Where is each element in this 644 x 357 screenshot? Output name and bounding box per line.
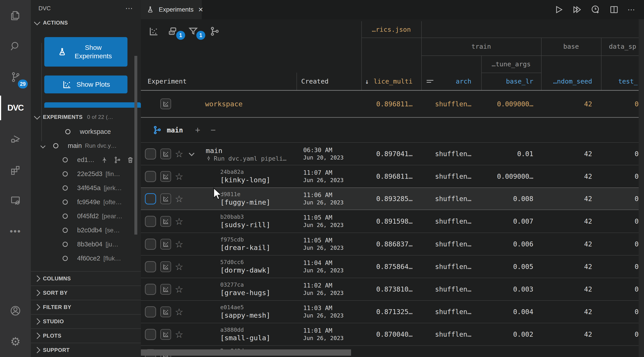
tree-item[interactable]: fc9549e [ofte…: [31, 195, 141, 209]
branch-icon[interactable]: [209, 26, 220, 37]
sidebar-section-plots[interactable]: PLOTS: [31, 329, 141, 343]
row-plot-button[interactable]: [160, 261, 171, 272]
partially-scrolled-button[interactable]: [44, 102, 141, 108]
show-plots-button[interactable]: Show Plots: [44, 75, 128, 93]
base-lr-column-header[interactable]: base_lr: [481, 73, 541, 90]
data-split-group-header[interactable]: data_sp: [601, 37, 644, 55]
source-control-icon[interactable]: 29: [0, 62, 31, 92]
test-column-header[interactable]: test_: [601, 73, 644, 90]
run-and-debug-icon[interactable]: [0, 123, 31, 154]
metrics-file-group-header[interactable]: …rics.json: [361, 21, 421, 37]
tree-item[interactable]: 0f45fd2 [pear…: [31, 209, 141, 223]
branch-icon[interactable]: [114, 156, 121, 164]
close-icon[interactable]: ✕: [198, 6, 203, 13]
tree-item[interactable]: ed1…: [31, 153, 141, 167]
search-icon[interactable]: [0, 31, 31, 62]
sidebar-section-columns[interactable]: COLUMNS: [31, 271, 141, 286]
row-checkbox[interactable]: [145, 216, 156, 227]
row-plot-button[interactable]: [160, 171, 171, 182]
settings-gear-icon[interactable]: ⚙: [0, 326, 31, 357]
add-branch-button[interactable]: +: [195, 125, 200, 135]
workspace-row[interactable]: ☆ workspace 0.896811… shufflen… 0.009000…: [141, 91, 644, 117]
sidebar-section-studio[interactable]: STUDIO: [31, 314, 141, 329]
train-group-header[interactable]: train: [421, 37, 541, 55]
star-icon[interactable]: ☆: [175, 216, 183, 227]
apply-icon[interactable]: [100, 156, 108, 164]
experiment-row[interactable]: ☆ 03277ca [grave-hugs] 11:02 AM Jun 26, …: [141, 278, 644, 300]
editor-more-icon[interactable]: ⋯: [628, 5, 636, 14]
remove-branch-button[interactable]: −: [211, 125, 216, 135]
star-icon[interactable]: ☆: [175, 261, 183, 272]
star-icon[interactable]: ☆: [175, 148, 183, 159]
tree-item[interactable]: 8b3eb04 [ju…: [31, 237, 141, 251]
sidebar-scrollbar[interactable]: [134, 56, 137, 235]
row-plot-button[interactable]: [160, 239, 171, 250]
experiment-row[interactable]: ☆ f975cdb [drear-kail] 11:05 AM Jun 26, …: [141, 233, 644, 255]
dvc-activity-icon[interactable]: DVC: [0, 92, 31, 123]
tree-item[interactable]: workspace: [31, 125, 141, 139]
run-icon[interactable]: [554, 5, 564, 14]
sidebar-section-sort-by[interactable]: SORT BY: [31, 286, 141, 300]
plots-icon[interactable]: [148, 26, 159, 37]
experiments-section-header[interactable]: EXPERIMENTS 0 of 22 (…: [31, 111, 141, 123]
row-checkbox[interactable]: [145, 239, 156, 250]
row-plot-button[interactable]: [160, 329, 171, 340]
trash-icon[interactable]: [126, 156, 134, 164]
tree-item[interactable]: 22e25d3 [fin…: [31, 167, 141, 181]
tree-item[interactable]: b2c0db4 [se…: [31, 223, 141, 237]
chevron-right-icon: [34, 304, 40, 310]
more-activity-icon[interactable]: •••: [0, 216, 31, 247]
experiment-column-header[interactable]: Experiment: [148, 73, 282, 90]
split-editor-icon[interactable]: [609, 5, 619, 14]
row-checkbox[interactable]: [145, 193, 156, 204]
star-icon[interactable]: ☆: [175, 239, 183, 250]
queue-clock-icon[interactable]: [590, 4, 600, 15]
random-seed-column-header[interactable]: …ndom_seed: [541, 73, 601, 90]
row-plot-button[interactable]: [160, 216, 171, 227]
star-icon[interactable]: ☆: [175, 284, 183, 295]
account-icon[interactable]: [0, 295, 31, 326]
remote-explorer-icon[interactable]: [0, 185, 31, 216]
sidebar-section-support[interactable]: SUPPORT: [31, 343, 141, 357]
row-plot-button[interactable]: [160, 98, 171, 109]
chevron-right-icon: [34, 333, 40, 339]
star-icon[interactable]: ☆: [175, 171, 183, 182]
run-all-icon[interactable]: [572, 5, 582, 14]
metric-column-header[interactable]: ↓ lice_multi: [361, 73, 421, 90]
commit-row[interactable]: ☆ main Run dvc.yaml pipeli… 06:30 AM Jun…: [141, 142, 644, 165]
show-experiments-button[interactable]: Show Experiments: [44, 37, 128, 66]
row-checkbox[interactable]: [145, 148, 156, 159]
tab-experiments[interactable]: Experiments ✕: [141, 0, 202, 19]
experiment-row[interactable]: ☆ 24ba82a [kinky-long] 11:07 AM Jun 26, …: [141, 165, 644, 187]
row-plot-button[interactable]: [160, 284, 171, 295]
explorer-icon[interactable]: [0, 0, 31, 31]
horizontal-scrollbar[interactable]: [141, 350, 351, 356]
star-icon[interactable]: ☆: [175, 306, 183, 317]
row-checkbox[interactable]: [145, 329, 156, 340]
tune-args-group-header[interactable]: …tune_args: [481, 55, 541, 73]
chevron-down-icon[interactable]: [189, 150, 194, 156]
experiment-row[interactable]: ☆ e014ae5 [sappy-mesh] 11:03 AM Jun 26, …: [141, 300, 644, 323]
row-checkbox[interactable]: [145, 284, 156, 295]
actions-section-header[interactable]: ACTIONS: [31, 16, 141, 29]
tree-item[interactable]: 34f645a [jerk…: [31, 181, 141, 195]
tree-item[interactable]: 4f60ce2 [fluk…: [31, 251, 141, 265]
sidebar-section-filter-by[interactable]: FILTER BY: [31, 300, 141, 314]
base-group-header[interactable]: base: [541, 37, 601, 55]
row-plot-button[interactable]: [160, 149, 171, 159]
sidebar-more-icon[interactable]: ⋯: [125, 4, 133, 13]
extensions-icon[interactable]: [0, 154, 31, 185]
row-plot-button[interactable]: [160, 193, 171, 204]
experiment-row[interactable]: ☆ b20bab3 [sudsy-rill] 11:05 AM Jun 26, …: [141, 210, 644, 233]
star-icon[interactable]: ☆: [175, 329, 183, 340]
experiment-row[interactable]: ☆ a3880dd [small-gula] 11:01 AM Jun 26, …: [141, 323, 644, 345]
row-checkbox[interactable]: [145, 261, 156, 272]
created-column-header[interactable]: Created: [301, 73, 355, 90]
row-checkbox[interactable]: [145, 306, 156, 318]
experiment-row[interactable]: ☆ 57d0cc6 [dormy-dawk] 11:04 AM Jun 26, …: [141, 255, 644, 278]
arch-column-header[interactable]: arch: [421, 73, 481, 90]
row-checkbox[interactable]: [145, 171, 156, 182]
tree-item[interactable]: main Run dvc.y…: [31, 139, 141, 153]
row-plot-button[interactable]: [160, 307, 171, 317]
star-icon[interactable]: ☆: [175, 193, 183, 204]
